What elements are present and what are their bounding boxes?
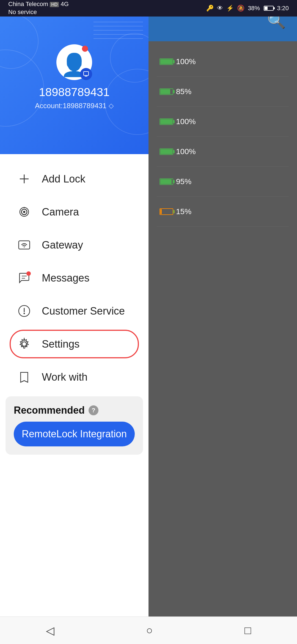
battery-icon-item xyxy=(160,208,173,215)
customer-service-label: Customer Service xyxy=(42,305,125,317)
work-with-icon xyxy=(16,369,32,385)
left-panel: 👤 18988789431 Account:18988789431 ◇ xyxy=(0,0,148,644)
battery-icon xyxy=(264,6,274,11)
svg-point-18 xyxy=(24,313,25,314)
battery-row: 85% xyxy=(157,77,289,107)
battery-indicator: 100% xyxy=(160,147,196,156)
battery-row: 100% xyxy=(157,137,289,167)
battery-icon-item xyxy=(160,148,173,155)
phone-number: 18988789431 xyxy=(39,86,110,99)
battery-row: 100% xyxy=(157,47,289,77)
menu-list: Add Lock Camera xyxy=(0,154,148,644)
recommended-title: Recommended ? xyxy=(14,405,135,416)
status-indicators: 🔑 👁 ⚡ 🔕 38% 3:20 xyxy=(206,5,289,12)
bottom-nav: ◁ ○ □ xyxy=(0,616,297,644)
menu-item-customer-service[interactable]: Customer Service xyxy=(0,294,148,328)
no-service: No service xyxy=(8,8,69,16)
right-panel: 🔍 100% 85% xyxy=(148,0,297,644)
battery-fill xyxy=(160,149,172,154)
svg-rect-5 xyxy=(84,72,89,75)
battery-icon-item xyxy=(160,178,173,185)
battery-indicator: 85% xyxy=(160,87,191,96)
battery-percent-text: 95% xyxy=(176,177,191,186)
menu-item-work-with[interactable]: Work with xyxy=(0,361,148,394)
svg-point-11 xyxy=(24,207,25,208)
battery-icon-item xyxy=(160,58,173,65)
battery-icon-item xyxy=(160,118,173,125)
battery-tip xyxy=(174,120,175,123)
back-button[interactable]: ◁ xyxy=(35,621,65,640)
avatar[interactable]: 👤 xyxy=(56,44,92,80)
battery-percent-text: 85% xyxy=(176,87,191,96)
status-bar: China Telecom HD 4G No service 🔑 👁 ⚡ 🔕 3… xyxy=(0,0,297,17)
menu-item-camera[interactable]: Camera xyxy=(0,195,148,228)
question-icon[interactable]: ? xyxy=(89,405,98,415)
carrier-name: China Telecom HD 4G xyxy=(8,0,69,8)
diamond-icon: ◇ xyxy=(109,102,114,110)
customer-service-icon xyxy=(16,303,32,319)
menu-item-add-lock[interactable]: Add Lock xyxy=(0,162,148,195)
battery-tip xyxy=(174,150,175,153)
decoration-lines-top xyxy=(94,17,143,66)
battery-fill xyxy=(160,59,172,64)
battery-row: 15% xyxy=(157,197,289,227)
battery-fill xyxy=(160,119,172,124)
remote-lock-button[interactable]: RemoteLock Integration xyxy=(14,422,135,446)
time: 3:20 xyxy=(277,5,289,12)
battery-percent: 38% xyxy=(248,5,260,12)
battery-fill xyxy=(160,89,170,94)
battery-percent-text: 100% xyxy=(176,117,196,126)
gateway-icon xyxy=(16,237,32,253)
settings-label: Settings xyxy=(42,338,79,350)
recent-button[interactable]: □ xyxy=(233,621,262,639)
battery-row: 95% xyxy=(157,167,289,197)
battery-fill xyxy=(160,179,172,184)
camera-label: Camera xyxy=(42,206,79,218)
gateway-label: Gateway xyxy=(42,239,83,251)
settings-icon xyxy=(16,336,32,352)
battery-percent-text: 100% xyxy=(176,57,196,66)
menu-item-settings[interactable]: Settings xyxy=(0,328,148,361)
battery-tip xyxy=(174,90,175,93)
battery-indicator: 15% xyxy=(160,207,191,216)
battery-indicator: 100% xyxy=(160,57,196,66)
messages-icon xyxy=(16,270,32,286)
notification-dot xyxy=(82,46,88,52)
key-icon: 🔑 xyxy=(206,5,214,12)
recommended-section: Recommended ? RemoteLock Integration xyxy=(6,396,143,455)
menu-item-gateway[interactable]: Gateway xyxy=(0,228,148,261)
battery-indicator: 95% xyxy=(160,177,191,186)
menu-item-messages[interactable]: Messages xyxy=(0,261,148,294)
messages-label: Messages xyxy=(42,272,89,284)
battery-row: 100% xyxy=(157,107,289,137)
add-lock-icon xyxy=(16,171,32,187)
battery-tip xyxy=(174,180,175,183)
svg-point-13 xyxy=(24,246,25,247)
work-with-label: Work with xyxy=(42,371,87,383)
battery-list: 100% 85% 100% xyxy=(148,41,297,232)
bluetooth-icon: ⚡ xyxy=(226,5,234,12)
battery-percent-text: 15% xyxy=(176,207,191,216)
battery-icon-item xyxy=(160,88,173,95)
recommended-label: Recommended xyxy=(14,405,85,416)
battery-indicator: 100% xyxy=(160,117,196,126)
alarm-icon: 🔕 xyxy=(237,5,244,12)
camera-icon xyxy=(16,204,32,220)
battery-percent-text: 100% xyxy=(176,147,196,156)
account-line: Account:18988789431 ◇ xyxy=(35,102,114,110)
add-lock-label: Add Lock xyxy=(42,173,85,185)
profile-header: 👤 18988789431 Account:18988789431 ◇ xyxy=(0,0,148,154)
battery-tip xyxy=(174,60,175,63)
edit-profile-icon[interactable] xyxy=(80,68,92,80)
svg-point-19 xyxy=(22,342,26,346)
account-text: Account:18988789431 xyxy=(35,102,106,110)
svg-point-9 xyxy=(23,211,25,213)
battery-fill xyxy=(160,209,162,214)
status-carrier: China Telecom HD 4G No service xyxy=(8,0,69,16)
home-button[interactable]: ○ xyxy=(135,621,164,639)
eye-icon: 👁 xyxy=(217,5,223,12)
battery-tip xyxy=(174,210,175,213)
